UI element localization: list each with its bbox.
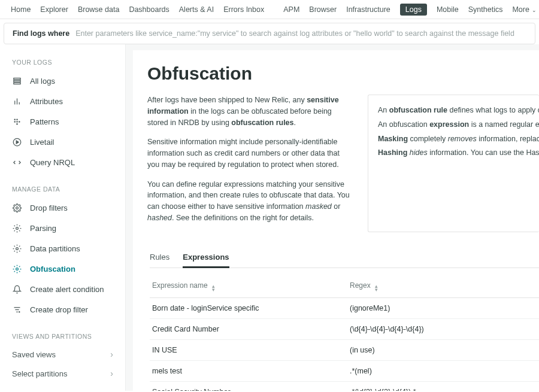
- main-content: Obfuscation After logs have been shipped…: [126, 44, 539, 391]
- gear-icon: [12, 244, 22, 253]
- sidebar-item-label: Create alert condition: [30, 285, 104, 294]
- svg-point-9: [16, 121, 18, 123]
- cell-expression-name: Social Security Number: [152, 388, 350, 391]
- svg-point-14: [16, 206, 18, 209]
- sort-icon: ▴▾: [212, 284, 215, 291]
- svg-rect-2: [13, 83, 20, 84]
- cell-regex: (\d{4}-\d{4}-\d{4}-\d{4}): [350, 325, 537, 333]
- sidebar: YOUR LOGS All logs Attributes Patterns L…: [0, 44, 126, 391]
- sidebar-item-label: Attributes: [30, 97, 63, 106]
- table-row[interactable]: IN USE(in use): [150, 340, 539, 361]
- col-expression-name[interactable]: Expression name ▴▾: [152, 281, 350, 291]
- table-row[interactable]: mels test.*(mel): [150, 361, 539, 382]
- sidebar-heading-your-logs: YOUR LOGS: [0, 54, 125, 71]
- table-row[interactable]: Social Security Number.*(\d{3}-\d{2}-\d{…: [150, 382, 539, 391]
- svg-point-7: [16, 118, 18, 120]
- chevron-right-icon: ›: [110, 350, 113, 359]
- sidebar-item-label: Obfuscation: [30, 265, 75, 274]
- col-regex[interactable]: Regex ▴▾: [350, 281, 537, 291]
- sidebar-item-create-alert[interactable]: Create alert condition: [0, 279, 125, 299]
- nav-alerts-ai[interactable]: Alerts & AI: [179, 5, 214, 14]
- table-header: Expression name ▴▾ Regex ▴▾: [150, 275, 539, 298]
- nav-explorer[interactable]: Explorer: [40, 5, 68, 14]
- sidebar-item-obfuscation[interactable]: Obfuscation: [0, 259, 125, 279]
- nav-logs[interactable]: Logs: [400, 4, 427, 16]
- sidebar-item-query-nrql[interactable]: Query NRQL: [0, 152, 125, 172]
- svg-point-10: [19, 121, 20, 123]
- tab-expressions[interactable]: Expressions: [183, 249, 229, 268]
- nav-more[interactable]: More ⌄: [512, 5, 537, 14]
- nav-errors-inbox[interactable]: Errors Inbox: [223, 5, 264, 14]
- gear-icon: [12, 203, 22, 212]
- svg-point-17: [16, 268, 18, 270]
- sidebar-item-label: Drop filters: [30, 203, 68, 212]
- sidebar-select-partitions[interactable]: Select partitions ›: [0, 364, 125, 383]
- svg-point-15: [16, 227, 18, 229]
- sidebar-item-label: Livetail: [30, 138, 54, 147]
- cell-expression-name: IN USE: [152, 346, 350, 354]
- cell-expression-name: mels test: [152, 367, 350, 375]
- sidebar-item-label: Data partitions: [30, 244, 80, 253]
- filter-icon: [12, 305, 22, 314]
- tabs: Rules Expressions: [150, 249, 539, 268]
- svg-rect-0: [13, 78, 20, 80]
- sidebar-item-livetail[interactable]: Livetail: [0, 132, 125, 152]
- sidebar-item-create-drop-filter[interactable]: Create drop filter: [0, 299, 125, 320]
- description-right-panel: An obfuscation rule defines what logs to…: [368, 95, 539, 232]
- sidebar-item-label: Create drop filter: [30, 305, 88, 314]
- gear-icon: [12, 264, 22, 274]
- search-placeholder: Enter parameters like service_name:"my s…: [75, 29, 526, 38]
- table-row[interactable]: Credit Card Number(\d{4}-\d{4}-\d{4}-\d{…: [150, 319, 539, 340]
- gear-icon: [12, 223, 22, 233]
- cell-regex: (in use): [350, 346, 537, 354]
- nav-apm[interactable]: APM: [283, 5, 299, 14]
- cell-regex: (ignoreMe1): [350, 304, 537, 312]
- sidebar-item-all-logs[interactable]: All logs: [0, 71, 125, 91]
- sidebar-item-label: Query NRQL: [30, 158, 75, 167]
- views-label: Select partitions: [12, 369, 68, 378]
- expressions-table: Expression name ▴▾ Regex ▴▾ Born date - …: [150, 275, 539, 391]
- svg-point-6: [14, 118, 16, 120]
- sidebar-heading-views: VIEWS AND PARTITIONS: [0, 328, 125, 345]
- nav-browse-data[interactable]: Browse data: [78, 5, 119, 14]
- sidebar-item-label: Patterns: [30, 117, 59, 126]
- page-title: Obfuscation: [147, 63, 539, 84]
- cell-regex: .*(\d{3}-\d{2}-\d{4}).*: [350, 388, 537, 391]
- svg-point-8: [14, 121, 16, 123]
- svg-rect-1: [13, 80, 20, 82]
- bell-icon: [12, 284, 22, 294]
- nav-home[interactable]: Home: [11, 5, 31, 14]
- nav-mobile[interactable]: Mobile: [437, 5, 459, 14]
- sidebar-heading-manage-data: MANAGE DATA: [0, 181, 125, 197]
- tab-rules[interactable]: Rules: [150, 249, 169, 268]
- code-icon: [12, 157, 22, 167]
- sidebar-saved-views[interactable]: Saved views ›: [0, 345, 125, 364]
- chevron-right-icon: ›: [110, 369, 113, 378]
- table-row[interactable]: Born date - loginService specific(ignore…: [150, 298, 539, 319]
- chevron-down-icon: ⌄: [531, 7, 537, 13]
- top-nav: Home Explorer Browse data Dashboards Ale…: [0, 0, 539, 19]
- nav-browser[interactable]: Browser: [309, 5, 337, 14]
- sidebar-item-patterns[interactable]: Patterns: [0, 111, 125, 132]
- cell-expression-name: Born date - loginService specific: [152, 304, 350, 312]
- sidebar-item-data-partitions[interactable]: Data partitions: [0, 238, 125, 259]
- svg-point-11: [16, 123, 18, 125]
- search-label: Find logs where: [13, 29, 69, 38]
- cell-regex: .*(mel): [350, 367, 537, 375]
- grid-icon: [12, 117, 22, 126]
- sidebar-item-drop-filters[interactable]: Drop filters: [0, 197, 125, 218]
- nav-infrastructure[interactable]: Infrastructure: [346, 5, 390, 14]
- bars-icon: [12, 96, 22, 106]
- sidebar-item-label: Parsing: [30, 224, 56, 233]
- svg-marker-13: [16, 141, 19, 144]
- sidebar-item-parsing[interactable]: Parsing: [0, 218, 125, 238]
- list-icon: [12, 76, 22, 86]
- svg-point-16: [16, 247, 18, 250]
- sidebar-item-attributes[interactable]: Attributes: [0, 91, 125, 111]
- nav-dashboards[interactable]: Dashboards: [129, 5, 169, 14]
- cell-expression-name: Credit Card Number: [152, 325, 350, 333]
- views-label: Saved views: [12, 350, 56, 359]
- log-search-bar[interactable]: Find logs where Enter parameters like se…: [4, 23, 535, 44]
- nav-synthetics[interactable]: Synthetics: [468, 5, 503, 14]
- svg-point-21: [19, 311, 19, 312]
